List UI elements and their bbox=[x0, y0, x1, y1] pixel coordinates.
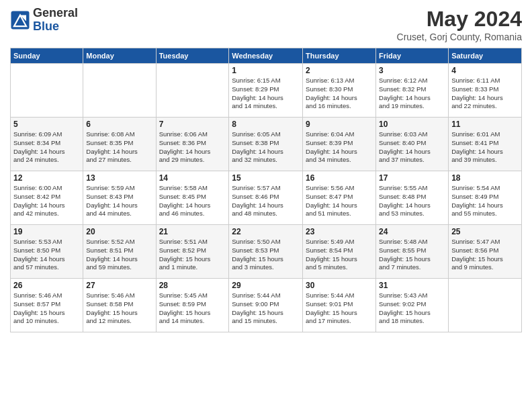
calendar-cell: 18Sunrise: 5:54 AM Sunset: 8:49 PM Dayli… bbox=[449, 171, 522, 225]
calendar-cell: 23Sunrise: 5:49 AM Sunset: 8:54 PM Dayli… bbox=[303, 225, 376, 279]
calendar-cell: 10Sunrise: 6:03 AM Sunset: 8:40 PM Dayli… bbox=[376, 118, 449, 171]
day-info: Sunrise: 5:48 AM Sunset: 8:55 PM Dayligh… bbox=[379, 238, 445, 272]
calendar-cell: 13Sunrise: 5:59 AM Sunset: 8:43 PM Dayli… bbox=[83, 171, 156, 225]
day-info: Sunrise: 6:06 AM Sunset: 8:36 PM Dayligh… bbox=[159, 130, 226, 165]
calendar-cell: 28Sunrise: 5:45 AM Sunset: 8:59 PM Dayli… bbox=[156, 279, 229, 332]
day-info: Sunrise: 5:50 AM Sunset: 8:53 PM Dayligh… bbox=[232, 238, 300, 272]
day-number: 5 bbox=[13, 120, 80, 129]
day-info: Sunrise: 6:03 AM Sunset: 8:40 PM Dayligh… bbox=[379, 130, 445, 165]
day-number: 30 bbox=[306, 281, 373, 290]
day-number: 1 bbox=[232, 66, 300, 75]
header: General Blue May 2024 Cruset, Gorj Count… bbox=[10, 7, 522, 42]
day-number: 19 bbox=[13, 227, 80, 236]
calendar-cell: 6Sunrise: 6:08 AM Sunset: 8:35 PM Daylig… bbox=[83, 118, 156, 171]
calendar-cell: 21Sunrise: 5:51 AM Sunset: 8:52 PM Dayli… bbox=[156, 225, 229, 279]
calendar-cell: 14Sunrise: 5:58 AM Sunset: 8:45 PM Dayli… bbox=[156, 171, 229, 225]
day-number: 13 bbox=[86, 173, 152, 183]
calendar-cell: 15Sunrise: 5:57 AM Sunset: 8:46 PM Dayli… bbox=[229, 171, 303, 225]
calendar-cell: 30Sunrise: 5:44 AM Sunset: 9:01 PM Dayli… bbox=[303, 279, 376, 332]
day-number: 11 bbox=[451, 120, 519, 129]
weekday-header-tuesday: Tuesday bbox=[156, 48, 229, 64]
day-info: Sunrise: 5:51 AM Sunset: 8:52 PM Dayligh… bbox=[159, 238, 226, 272]
day-number: 23 bbox=[306, 227, 373, 236]
calendar-cell: 1Sunrise: 6:15 AM Sunset: 8:29 PM Daylig… bbox=[229, 64, 303, 118]
day-number: 31 bbox=[379, 281, 445, 290]
location-title: Cruset, Gorj County, Romania bbox=[397, 32, 522, 42]
day-number: 12 bbox=[13, 173, 80, 183]
calendar-cell: 20Sunrise: 5:52 AM Sunset: 8:51 PM Dayli… bbox=[83, 225, 156, 279]
calendar-cell: 11Sunrise: 6:01 AM Sunset: 8:41 PM Dayli… bbox=[449, 118, 522, 171]
day-info: Sunrise: 5:47 AM Sunset: 8:56 PM Dayligh… bbox=[451, 238, 519, 272]
calendar-cell: 29Sunrise: 5:44 AM Sunset: 9:00 PM Dayli… bbox=[229, 279, 303, 332]
weekday-header-friday: Friday bbox=[376, 48, 449, 64]
calendar-cell: 19Sunrise: 5:53 AM Sunset: 8:50 PM Dayli… bbox=[11, 225, 83, 279]
logo: General Blue bbox=[10, 7, 78, 34]
day-number: 20 bbox=[86, 227, 152, 236]
logo-blue-text: Blue bbox=[33, 20, 78, 34]
day-info: Sunrise: 5:43 AM Sunset: 9:02 PM Dayligh… bbox=[379, 291, 445, 326]
day-info: Sunrise: 6:01 AM Sunset: 8:41 PM Dayligh… bbox=[451, 130, 519, 165]
weekday-header-wednesday: Wednesday bbox=[229, 48, 303, 64]
day-number: 15 bbox=[232, 173, 300, 183]
weekday-header-thursday: Thursday bbox=[303, 48, 376, 64]
calendar-week-5: 26Sunrise: 5:46 AM Sunset: 8:57 PM Dayli… bbox=[11, 279, 522, 332]
calendar-cell: 22Sunrise: 5:50 AM Sunset: 8:53 PM Dayli… bbox=[229, 225, 303, 279]
day-info: Sunrise: 6:13 AM Sunset: 8:30 PM Dayligh… bbox=[306, 77, 373, 111]
weekday-header-monday: Monday bbox=[83, 48, 156, 64]
day-number: 25 bbox=[451, 227, 519, 236]
day-info: Sunrise: 6:15 AM Sunset: 8:29 PM Dayligh… bbox=[232, 77, 300, 111]
weekday-header-saturday: Saturday bbox=[449, 48, 522, 64]
day-number: 21 bbox=[159, 227, 226, 236]
calendar-cell: 4Sunrise: 6:11 AM Sunset: 8:33 PM Daylig… bbox=[449, 64, 522, 118]
day-info: Sunrise: 5:44 AM Sunset: 9:00 PM Dayligh… bbox=[232, 291, 300, 326]
calendar-cell bbox=[156, 64, 229, 118]
day-number: 18 bbox=[451, 173, 519, 183]
day-number: 24 bbox=[379, 227, 445, 236]
calendar-cell: 26Sunrise: 5:46 AM Sunset: 8:57 PM Dayli… bbox=[11, 279, 83, 332]
day-info: Sunrise: 5:56 AM Sunset: 8:47 PM Dayligh… bbox=[306, 184, 373, 218]
calendar-cell: 9Sunrise: 6:04 AM Sunset: 8:39 PM Daylig… bbox=[303, 118, 376, 171]
day-number: 17 bbox=[379, 173, 445, 183]
day-number: 26 bbox=[13, 281, 80, 290]
weekday-header-sunday: Sunday bbox=[11, 48, 83, 64]
day-number: 7 bbox=[159, 120, 226, 129]
day-info: Sunrise: 5:58 AM Sunset: 8:45 PM Dayligh… bbox=[159, 184, 226, 218]
day-info: Sunrise: 5:46 AM Sunset: 8:57 PM Dayligh… bbox=[13, 291, 80, 326]
calendar-cell: 31Sunrise: 5:43 AM Sunset: 9:02 PM Dayli… bbox=[376, 279, 449, 332]
day-number: 4 bbox=[451, 66, 519, 75]
day-number: 2 bbox=[306, 66, 373, 75]
logo-icon bbox=[10, 10, 30, 30]
calendar-cell: 7Sunrise: 6:06 AM Sunset: 8:36 PM Daylig… bbox=[156, 118, 229, 171]
title-block: May 2024 Cruset, Gorj County, Romania bbox=[397, 7, 522, 42]
day-number: 14 bbox=[159, 173, 226, 183]
page: General Blue May 2024 Cruset, Gorj Count… bbox=[0, 0, 532, 411]
day-info: Sunrise: 6:00 AM Sunset: 8:42 PM Dayligh… bbox=[13, 184, 80, 218]
day-number: 10 bbox=[379, 120, 445, 129]
day-info: Sunrise: 6:11 AM Sunset: 8:33 PM Dayligh… bbox=[451, 77, 519, 111]
day-info: Sunrise: 5:45 AM Sunset: 8:59 PM Dayligh… bbox=[159, 291, 226, 326]
day-number: 29 bbox=[232, 281, 300, 290]
day-number: 22 bbox=[232, 227, 300, 236]
day-info: Sunrise: 6:05 AM Sunset: 8:38 PM Dayligh… bbox=[232, 130, 300, 165]
calendar-cell: 8Sunrise: 6:05 AM Sunset: 8:38 PM Daylig… bbox=[229, 118, 303, 171]
day-info: Sunrise: 6:12 AM Sunset: 8:32 PM Dayligh… bbox=[379, 77, 445, 111]
calendar-cell: 16Sunrise: 5:56 AM Sunset: 8:47 PM Dayli… bbox=[303, 171, 376, 225]
day-number: 9 bbox=[306, 120, 373, 129]
calendar-cell bbox=[83, 64, 156, 118]
calendar-table: SundayMondayTuesdayWednesdayThursdayFrid… bbox=[10, 48, 522, 332]
day-info: Sunrise: 5:55 AM Sunset: 8:48 PM Dayligh… bbox=[379, 184, 445, 218]
logo-text: General Blue bbox=[33, 7, 78, 34]
calendar-cell: 24Sunrise: 5:48 AM Sunset: 8:55 PM Dayli… bbox=[376, 225, 449, 279]
calendar-cell: 25Sunrise: 5:47 AM Sunset: 8:56 PM Dayli… bbox=[449, 225, 522, 279]
day-number: 6 bbox=[86, 120, 152, 129]
day-info: Sunrise: 6:04 AM Sunset: 8:39 PM Dayligh… bbox=[306, 130, 373, 165]
calendar-cell: 3Sunrise: 6:12 AM Sunset: 8:32 PM Daylig… bbox=[376, 64, 449, 118]
day-number: 8 bbox=[232, 120, 300, 129]
calendar-week-2: 5Sunrise: 6:09 AM Sunset: 8:34 PM Daylig… bbox=[11, 118, 522, 171]
day-info: Sunrise: 5:52 AM Sunset: 8:51 PM Dayligh… bbox=[86, 238, 152, 272]
day-info: Sunrise: 5:46 AM Sunset: 8:58 PM Dayligh… bbox=[86, 291, 152, 326]
day-info: Sunrise: 5:44 AM Sunset: 9:01 PM Dayligh… bbox=[306, 291, 373, 326]
day-info: Sunrise: 5:59 AM Sunset: 8:43 PM Dayligh… bbox=[86, 184, 152, 218]
calendar-cell bbox=[449, 279, 522, 332]
day-info: Sunrise: 5:54 AM Sunset: 8:49 PM Dayligh… bbox=[451, 184, 519, 218]
